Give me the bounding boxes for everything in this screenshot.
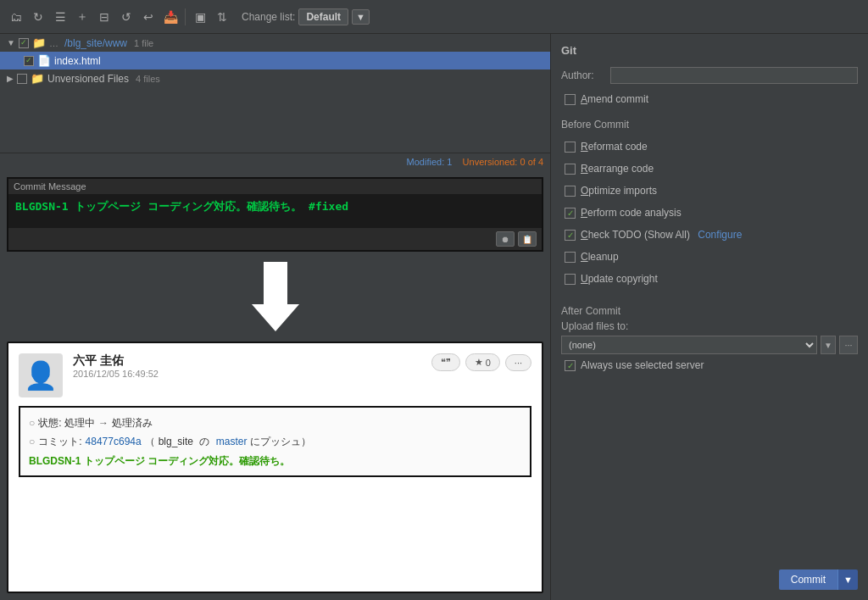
always-use-label: Always use selected server (581, 359, 704, 371)
status-line: ○ 状態: 処理中 → 処理済み (29, 414, 521, 433)
file-tree: ▼ 📁 … /blg_site/www 1 file 📄 index.html … (0, 34, 550, 153)
expand-icon: ▶ (7, 74, 14, 83)
changelist-selector: Change list: Default ▼ (235, 8, 370, 25)
optimize-checkbox[interactable] (565, 186, 576, 197)
template-icon[interactable]: 📋 (518, 231, 537, 247)
collapse-icon: ▼ (7, 38, 15, 47)
rearrange-checkbox[interactable] (565, 164, 576, 175)
checktodo-row: Check TODO (Show All) Configure (561, 229, 858, 241)
upload-select[interactable]: (none) (561, 336, 817, 354)
configure-link[interactable]: Configure (698, 229, 742, 241)
record-icon[interactable]: ⏺ (496, 231, 515, 247)
cleanup-row: Cleanup (561, 251, 858, 263)
root-checkbox[interactable] (19, 38, 29, 48)
amend-underline: A (581, 93, 587, 105)
file-checkbox[interactable] (24, 56, 34, 66)
cleanup-checkbox[interactable] (565, 252, 576, 263)
commit-no: の (197, 433, 213, 452)
author-input[interactable] (610, 67, 858, 84)
unversioned-label: Unversioned Files (47, 73, 129, 85)
status-bar: Modified: 1 Unversioned: 0 of 4 (0, 153, 550, 170)
optimize-label: Optimize imports (581, 185, 657, 197)
left-panel: ▼ 📁 … /blg_site/www 1 file 📄 index.html … (0, 34, 551, 600)
commit-message-input[interactable] (8, 194, 542, 228)
analyze-row: Perform code analysis (561, 207, 858, 219)
down-arrow (252, 262, 299, 331)
star-count: 0 (486, 358, 491, 368)
commit-button[interactable]: Commit (779, 569, 837, 590)
optimize-row: Optimize imports (561, 185, 858, 197)
shelve-icon[interactable]: 📥 (161, 8, 180, 26)
reformat-label: Reformat code (581, 141, 648, 153)
bullet-2: ○ (29, 433, 35, 452)
unversioned-row[interactable]: ▶ 📁 Unversioned Files 4 files (0, 69, 550, 87)
author-label: Author: (561, 69, 604, 81)
status-done: 処理済み (112, 414, 153, 433)
after-commit-section: After Commit Upload files to: (none) ▼ ·… (561, 302, 858, 375)
index-html-label: index.html (54, 55, 101, 67)
unversioned-checkbox[interactable] (17, 74, 27, 84)
revert-icon[interactable]: ↺ (117, 8, 136, 26)
amend-label-text: mend commit (587, 93, 648, 105)
avatar-image: 👤 (24, 359, 58, 392)
root-row[interactable]: ▼ 📁 … /blg_site/www 1 file (0, 34, 550, 52)
folder-icon: 📁 (32, 36, 46, 49)
status-text: 状態: 処理中 (38, 414, 95, 433)
upload-dropdown-btn[interactable]: ▼ (821, 336, 836, 354)
commit-area: Commit Message ⏺ 📋 (0, 170, 550, 600)
copyright-row: Update copyright (561, 273, 858, 285)
show-diff-icon[interactable]: ▣ (191, 8, 209, 26)
upload-row: (none) ▼ ··· (561, 336, 858, 354)
split-icon[interactable]: ⇅ (213, 8, 231, 26)
amend-checkbox[interactable] (565, 94, 576, 105)
star-btn[interactable]: ★ 0 (465, 353, 500, 371)
commit-paren: （ (145, 433, 155, 452)
always-use-row: Always use selected server (561, 359, 858, 371)
undo-icon[interactable]: ↩ (139, 8, 158, 26)
rearrange-label: Rearrange code (581, 163, 654, 175)
amend-label: Amend commit (581, 93, 648, 105)
diff-icon[interactable]: ⊟ (95, 8, 114, 26)
checktodo-checkbox[interactable] (565, 230, 576, 241)
unversioned-count: 4 files (136, 74, 160, 84)
arrow-head (252, 304, 299, 331)
commit-message-green: BLGDSN-1 トップページ コーディング対応。確認待ち。 (29, 454, 521, 469)
commit-message-header: Commit Message (8, 179, 542, 194)
always-use-checkbox[interactable] (565, 360, 576, 371)
toolbar: 🗂 ↻ ☰ ＋ ⊟ ↺ ↩ 📥 ▣ ⇅ Change list: Default… (0, 0, 868, 34)
changelist-default-btn[interactable]: Default (298, 8, 348, 25)
changelist-dropdown-btn[interactable]: ▼ (352, 9, 370, 25)
commit-result-header: 👤 六平 圭佑 2016/12/05 16:49:52 ❝❞ ★ 0 ··· (19, 353, 531, 397)
local-changes-icon[interactable]: 🗂 (7, 8, 25, 26)
quote-btn[interactable]: ❝❞ (431, 353, 460, 371)
arrow-container (7, 258, 543, 335)
list-icon[interactable]: ☰ (51, 8, 70, 26)
commit-hash-link[interactable]: 48477c694a (86, 433, 142, 452)
root-file-count: 1 file (134, 38, 153, 48)
star-icon: ★ (475, 357, 483, 368)
analyze-label: Perform code analysis (581, 207, 682, 219)
commit-line: ○ コミット: 48477c694a （ blg_site の master に… (29, 433, 521, 452)
commit-btn-text: ommit (798, 574, 826, 586)
commit-message-box: Commit Message ⏺ 📋 (7, 177, 543, 252)
bottom-bar: Commit ▼ (779, 569, 858, 590)
add-icon[interactable]: ＋ (73, 8, 92, 26)
commit-dropdown-btn[interactable]: ▼ (837, 569, 858, 590)
more-btn[interactable]: ··· (505, 354, 531, 371)
rearrange-row: Rearrange code (561, 163, 858, 175)
toolbar-sep-1 (185, 8, 186, 25)
root-path-segment: /blg_site/www (64, 37, 127, 49)
reformat-checkbox[interactable] (565, 142, 576, 153)
analyze-checkbox[interactable] (565, 208, 576, 219)
commit-message-icons: ⏺ 📋 (8, 228, 542, 250)
after-commit-title: After Commit (561, 305, 858, 317)
upload-extra-btn[interactable]: ··· (839, 336, 858, 354)
commit-branch-link[interactable]: master (216, 433, 248, 452)
right-panel-container: Git Author: Amend commit Before Commit R… (551, 34, 868, 600)
refresh-icon[interactable]: ↻ (29, 8, 47, 26)
main-layout: ▼ 📁 … /blg_site/www 1 file 📄 index.html … (0, 34, 868, 600)
copyright-checkbox[interactable] (565, 274, 576, 285)
root-path: … (49, 38, 61, 48)
unversioned-status: Unversioned: 0 of 4 (463, 157, 543, 167)
index-html-row[interactable]: 📄 index.html (0, 52, 550, 69)
